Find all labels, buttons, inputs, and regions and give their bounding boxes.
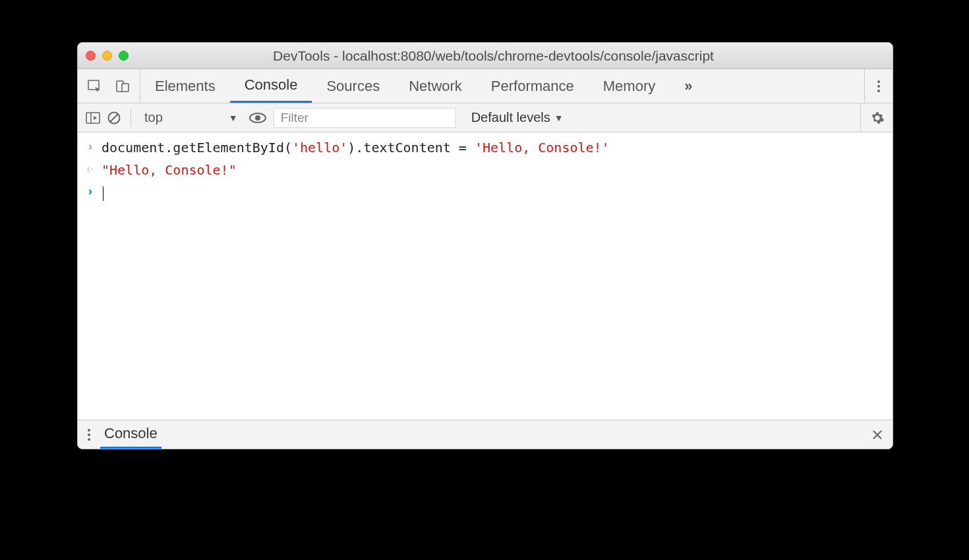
svg-point-13: [88, 434, 90, 436]
drawer-menu-icon[interactable]: [87, 427, 91, 443]
filter-input[interactable]: [274, 108, 455, 128]
text-cursor: [103, 186, 103, 201]
console-output[interactable]: › document.getElementById('hello').textC…: [78, 132, 893, 420]
svg-point-5: [877, 90, 880, 92]
panel-tabbar: Elements Console Sources Network Perform…: [78, 69, 893, 103]
panel-tabs: Elements Console Sources Network Perform…: [140, 69, 707, 103]
svg-point-11: [255, 115, 260, 121]
svg-point-4: [877, 85, 880, 88]
code-string: "Hello, Console!": [102, 162, 237, 178]
context-selector[interactable]: top ▼: [140, 109, 242, 126]
tab-elements[interactable]: Elements: [140, 69, 230, 103]
input-chevron-icon: ›: [84, 136, 96, 157]
tab-console[interactable]: Console: [230, 69, 312, 103]
drawer-tab-console[interactable]: Console: [100, 420, 162, 449]
window-title: DevTools - localhost:8080/web/tools/chro…: [142, 48, 885, 64]
log-levels-selector[interactable]: Default levels ▼: [471, 110, 564, 125]
console-output-value: "Hello, Console!": [102, 159, 237, 181]
tab-memory-label: Memory: [603, 78, 655, 95]
svg-point-3: [877, 80, 880, 83]
chevron-down-icon: ▼: [554, 113, 564, 123]
live-expression-icon[interactable]: [249, 112, 267, 124]
log-levels-label: Default levels: [471, 110, 550, 125]
tab-elements-label: Elements: [155, 78, 216, 95]
zoom-window-button[interactable]: [119, 51, 129, 61]
prompt-chevron-icon: ›: [84, 181, 96, 202]
console-settings-icon[interactable]: [870, 111, 885, 125]
code-segment: ).textContent =: [347, 140, 475, 155]
minimize-window-button[interactable]: [102, 51, 112, 61]
console-input-code: document.getElementById('hello').textCon…: [102, 136, 610, 159]
tab-performance[interactable]: Performance: [477, 69, 589, 103]
svg-rect-2: [122, 84, 129, 92]
chevron-down-icon: ▼: [229, 113, 238, 123]
console-output-row: ‹· "Hello, Console!": [84, 159, 886, 181]
device-toolbar-icon[interactable]: [115, 78, 131, 94]
close-drawer-icon[interactable]: [871, 429, 883, 441]
toggle-sidebar-icon[interactable]: [86, 111, 100, 125]
console-input-row: › document.getElementById('hello').textC…: [84, 136, 886, 159]
code-segment: document.getElementById(: [102, 140, 292, 155]
svg-point-12: [88, 429, 90, 432]
more-options-icon[interactable]: [877, 78, 881, 94]
tabs-overflow-button[interactable]: »: [670, 69, 707, 103]
devtools-window: DevTools - localhost:8080/web/tools/chro…: [77, 42, 893, 449]
console-toolbar: top ▼ Default levels ▼: [78, 103, 893, 132]
tab-performance-label: Performance: [491, 78, 574, 95]
drawer: Console: [78, 420, 893, 449]
clear-console-icon[interactable]: [107, 111, 121, 125]
titlebar: DevTools - localhost:8080/web/tools/chro…: [78, 43, 893, 69]
context-selector-label: top: [144, 110, 163, 125]
code-string: 'hello': [292, 140, 347, 155]
toolbar-separator: [131, 109, 131, 126]
drawer-tab-label: Console: [104, 425, 158, 442]
tab-sources-label: Sources: [326, 78, 380, 95]
window-controls: [86, 51, 129, 61]
code-string: 'Hello, Console!': [475, 140, 610, 155]
svg-line-9: [110, 114, 118, 122]
svg-point-14: [88, 438, 90, 441]
tab-network[interactable]: Network: [394, 69, 477, 103]
tab-sources[interactable]: Sources: [312, 69, 394, 103]
tabbar-left-icons: [78, 69, 140, 103]
console-prompt-row[interactable]: ›: [84, 181, 886, 204]
tab-console-label: Console: [245, 76, 298, 94]
tab-network-label: Network: [409, 78, 462, 95]
svg-rect-6: [86, 113, 100, 123]
tab-memory[interactable]: Memory: [589, 69, 670, 103]
close-window-button[interactable]: [86, 51, 96, 61]
console-prompt[interactable]: [102, 181, 103, 204]
output-chevron-icon: ‹·: [84, 159, 96, 179]
inspect-element-icon[interactable]: [87, 78, 103, 94]
